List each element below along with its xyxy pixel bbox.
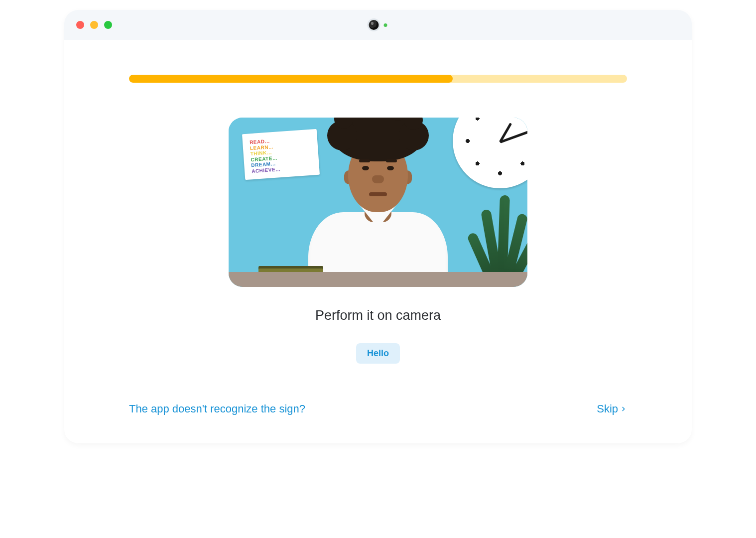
window-zoom-button[interactable] bbox=[104, 21, 112, 29]
lesson-content: READ… LEARN… THINK… CREATE… DREAM… ACHIE… bbox=[64, 40, 692, 443]
app-window: READ… LEARN… THINK… CREATE… DREAM… ACHIE… bbox=[64, 10, 692, 443]
progress-bar-fill bbox=[129, 75, 453, 83]
camera-icon bbox=[369, 20, 379, 30]
lesson-footer: The app doesn't recognize the sign? Skip bbox=[129, 403, 627, 415]
skip-label: Skip bbox=[597, 403, 618, 415]
camera-preview: READ… LEARN… THINK… CREATE… DREAM… ACHIE… bbox=[229, 118, 527, 287]
recognition-help-link[interactable]: The app doesn't recognize the sign? bbox=[129, 403, 305, 415]
sign-word-chip[interactable]: Hello bbox=[356, 343, 400, 364]
window-close-button[interactable] bbox=[76, 21, 84, 29]
progress-bar bbox=[129, 75, 627, 83]
webcam-indicator bbox=[369, 20, 387, 30]
skip-button[interactable]: Skip bbox=[597, 403, 627, 415]
instruction-text: Perform it on camera bbox=[315, 308, 441, 323]
camera-active-led-icon bbox=[384, 23, 387, 27]
person-portrait bbox=[303, 123, 453, 287]
plant-icon bbox=[475, 194, 527, 279]
window-controls bbox=[76, 21, 112, 29]
desk-surface bbox=[229, 272, 527, 287]
window-titlebar bbox=[64, 10, 692, 40]
window-minimize-button[interactable] bbox=[90, 21, 98, 29]
chevron-right-icon bbox=[620, 405, 627, 412]
